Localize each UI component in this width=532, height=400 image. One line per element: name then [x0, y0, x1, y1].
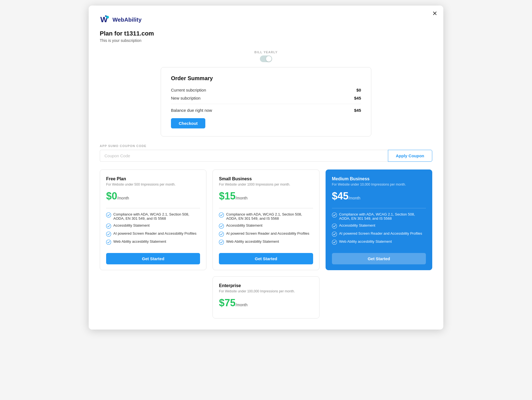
- coupon-section-label: APP SUMO COUPON CODE: [100, 144, 432, 148]
- plan-desc-free: For Website under 500 Impressions per mo…: [106, 183, 200, 186]
- order-new-label: New subcription: [171, 96, 201, 100]
- close-button[interactable]: ✕: [432, 11, 437, 17]
- check-icon: [332, 232, 337, 237]
- check-icon: [219, 232, 224, 237]
- plan-price-period-enterprise: /month: [236, 303, 247, 307]
- plans-bottom-row: Enterprise For Website under 100,000 Imp…: [100, 276, 432, 318]
- logo-text: WebAbility: [112, 17, 142, 23]
- svg-point-9: [219, 224, 224, 229]
- billing-toggle[interactable]: [260, 55, 272, 62]
- check-icon: [106, 232, 111, 237]
- list-item: Web Ability accesbility Statement: [106, 239, 200, 245]
- plans-grid: Free Plan For Website under 500 Impressi…: [100, 169, 432, 270]
- toggle-knob: [266, 56, 272, 62]
- svg-point-7: [106, 240, 111, 245]
- get-started-small[interactable]: Get Started: [219, 253, 313, 264]
- plan-card-free: Free Plan For Website under 500 Impressi…: [100, 169, 206, 270]
- plan-name-enterprise: Enterprise: [219, 283, 313, 288]
- list-item: AI powered Screen Reader and Accessbilit…: [332, 231, 426, 237]
- plan-desc-medium: For Website under 10,000 Impressions per…: [332, 183, 426, 186]
- plan-price-amount-medium: $45: [332, 190, 349, 202]
- plan-features-free: Compliance with ADA, WCAG 2.1, Section 5…: [106, 212, 200, 247]
- check-icon: [219, 212, 224, 217]
- check-icon: [106, 240, 111, 245]
- plan-price-medium: $45/month: [332, 190, 426, 202]
- logo-area: W WebAbility: [100, 14, 432, 25]
- check-icon: [219, 224, 224, 229]
- plan-desc-enterprise: For Website under 100,000 Impressions pe…: [219, 289, 313, 293]
- plan-divider-medium: [332, 208, 426, 208]
- svg-point-6: [106, 232, 111, 237]
- plan-features-medium: Compliance with ADA, WCAG 2.1, Section 5…: [332, 212, 426, 247]
- check-icon: [332, 240, 337, 245]
- plan-price-period-medium: /month: [349, 196, 360, 200]
- list-item: Web Ability accesbility Statement: [332, 239, 426, 245]
- plan-card-medium: Medium Business For Website under 10,000…: [326, 169, 432, 270]
- svg-point-4: [106, 213, 111, 217]
- svg-point-10: [219, 232, 224, 237]
- svg-point-12: [332, 213, 337, 217]
- list-item: Web Ability accesbility Statement: [219, 239, 313, 245]
- plan-price-amount-small: $15: [219, 190, 236, 202]
- get-started-free[interactable]: Get Started: [106, 253, 200, 264]
- check-icon: [332, 212, 337, 217]
- svg-point-14: [332, 232, 337, 237]
- order-summary-card: Order Summary Current subcription $0 New…: [161, 67, 371, 136]
- coupon-input[interactable]: [100, 150, 388, 162]
- check-icon: [219, 240, 224, 245]
- plan-price-period-free: /month: [117, 196, 129, 200]
- list-item: AI powered Screen Reader and Accessbilit…: [106, 231, 200, 237]
- order-balance-value: $45: [354, 108, 361, 113]
- plan-price-enterprise: $75/month: [219, 297, 313, 309]
- main-modal: ✕ W WebAbility Plan for t1311.com This i…: [89, 6, 443, 330]
- plan-price-period-small: /month: [236, 196, 247, 200]
- svg-point-13: [332, 224, 337, 229]
- list-item: Accessbility Statement: [106, 223, 200, 229]
- coupon-row: Apply Coupon: [100, 150, 432, 162]
- plan-name-free: Free Plan: [106, 176, 200, 181]
- plan-desc-small: For Website under 1000 Impressions per m…: [219, 183, 313, 186]
- svg-point-15: [332, 240, 337, 245]
- svg-point-8: [219, 213, 224, 217]
- list-item: Compliance with ADA, WCAG 2.1, Section 5…: [332, 212, 426, 221]
- check-icon: [332, 224, 337, 229]
- svg-point-11: [219, 240, 224, 245]
- order-divider: [171, 104, 361, 104]
- plan-name-small: Small Business: [219, 176, 313, 181]
- plan-price-small: $15/month: [219, 190, 313, 202]
- page-title: Plan for t1311.com: [100, 30, 432, 37]
- toggle-background[interactable]: [260, 55, 272, 62]
- order-row-current: Current subcription $0: [171, 88, 361, 92]
- order-new-value: $45: [354, 96, 361, 100]
- order-current-value: $0: [356, 88, 361, 92]
- order-row-new: New subcription $45: [171, 96, 361, 100]
- order-row-balance: Balance due right now $45: [171, 108, 361, 113]
- check-icon: [106, 212, 111, 217]
- logo-icon: W: [100, 14, 110, 25]
- list-item: Accessbility Statement: [219, 223, 313, 229]
- page-subtitle: This is your subscription: [100, 38, 432, 43]
- svg-point-3: [105, 15, 107, 17]
- plan-features-small: Compliance with ADA, WCAG 2.1, Section 5…: [219, 212, 313, 247]
- plan-name-medium: Medium Business: [332, 176, 426, 181]
- svg-point-5: [106, 224, 111, 229]
- list-item: Accessbility Statement: [332, 223, 426, 229]
- checkout-button[interactable]: Checkout: [171, 118, 205, 128]
- billing-toggle-section: BILL YEARLY: [100, 50, 432, 62]
- plan-divider-small: [219, 208, 313, 208]
- billing-toggle-label: BILL YEARLY: [254, 50, 278, 54]
- plan-price-amount-free: $0: [106, 190, 117, 202]
- plan-card-small: Small Business For Website under 1000 Im…: [213, 169, 319, 270]
- apply-coupon-button[interactable]: Apply Coupon: [388, 150, 432, 162]
- list-item: AI powered Screen Reader and Accessbilit…: [219, 231, 313, 237]
- order-current-label: Current subcription: [171, 88, 206, 92]
- coupon-section: APP SUMO COUPON CODE Apply Coupon: [100, 144, 432, 162]
- list-item: Compliance with ADA, WCAG 2.1, Section 5…: [219, 212, 313, 221]
- plan-divider-free: [106, 208, 200, 208]
- list-item: Compliance with ADA, WCAG 2.1, Section 5…: [106, 212, 200, 221]
- order-balance-label: Balance due right now: [171, 108, 212, 113]
- check-icon: [106, 224, 111, 229]
- plan-price-free: $0/month: [106, 190, 200, 202]
- plan-card-enterprise: Enterprise For Website under 100,000 Imp…: [213, 276, 319, 318]
- get-started-medium[interactable]: Get Started: [332, 253, 426, 264]
